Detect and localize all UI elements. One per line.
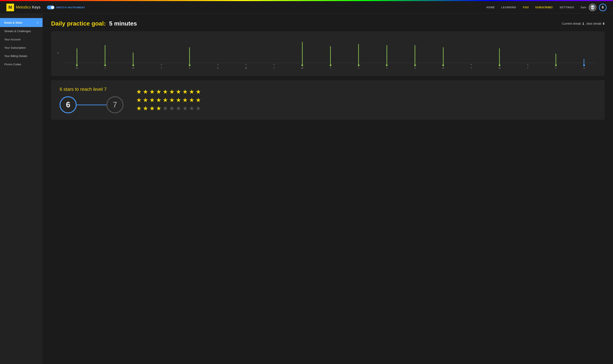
sidebar-item-billing[interactable]: Your Billing Details [0, 52, 42, 60]
best-streak: 6 [603, 22, 604, 25]
header: M Melodics Keys SWITCH INSTRUMENT HOME L… [0, 1, 613, 14]
star-2-4: ★ [163, 105, 168, 112]
bar-dot-11 [386, 65, 388, 66]
bar-group-2 [119, 40, 147, 65]
star-2-1: ★ [143, 105, 148, 112]
bar-group-13 [429, 40, 457, 65]
bar-dot-empty-14 [471, 64, 472, 65]
bar-label-0: M [63, 67, 91, 69]
bar-label-17: F [542, 67, 570, 69]
main-content: Daily practice goal: 5 minutes Current s… [42, 14, 613, 364]
bar-group-4 [176, 40, 204, 65]
chart-card: 5 MTWTSSMTWTFSSMTWTFS [51, 31, 604, 76]
bar-label-9: T [316, 67, 344, 69]
switch-label: SWITCH INSTRUMENT [56, 6, 85, 9]
bar-label-16: T [514, 67, 542, 69]
bar-label-3: T [147, 67, 175, 69]
sidebar-item-goals[interactable]: Goals & Stats › [0, 18, 42, 27]
bar-label-2: W [119, 67, 147, 69]
bar-group-6 [232, 40, 260, 65]
star-0-7: ★ [182, 88, 188, 95]
bar-label-14: T [457, 67, 485, 69]
bar-group-8 [288, 40, 316, 65]
bar-group-15 [486, 40, 514, 65]
bar-dot-empty-6 [245, 64, 247, 65]
bar-dot-10 [358, 65, 359, 66]
star-0-9: ★ [196, 88, 201, 95]
star-0-0: ★ [136, 88, 142, 95]
bar-8 [302, 42, 303, 65]
bar-dot-empty-3 [161, 64, 162, 65]
nav-settings[interactable]: SETTINGS [559, 6, 574, 9]
logo-box: M [6, 4, 14, 11]
star-2-6: ★ [176, 105, 181, 112]
stars-left: 6 stars to reach level 7 6 7 [60, 87, 123, 113]
bar-group-5 [204, 40, 232, 65]
bar-11 [386, 45, 387, 65]
nav-home[interactable]: HOME [486, 6, 495, 9]
star-1-9: ★ [196, 97, 201, 104]
bar-label-6: M [232, 67, 260, 69]
logo-text: Melodics Keys [16, 5, 41, 10]
bar-group-16 [514, 40, 542, 65]
current-level-circle: 6 [60, 96, 77, 113]
star-2-9: ★ [196, 105, 201, 112]
goal-title: Daily practice goal: 5 minutes [51, 20, 137, 27]
instrument-toggle[interactable] [47, 6, 54, 9]
bar-label-13: M [429, 67, 457, 69]
goal-label: Daily practice goal: [51, 20, 106, 27]
star-2-2: ★ [150, 105, 155, 112]
user-name: Sam [580, 6, 586, 9]
sidebar: Goals & Stats › Streaks & Challenges You… [0, 14, 42, 364]
bar-2 [133, 52, 134, 65]
progress-line [77, 104, 107, 105]
star-0-8: ★ [189, 88, 194, 95]
star-2-3: ★ [156, 105, 161, 112]
header-right: Sam 💀 6 [580, 4, 607, 11]
sidebar-arrow: › [37, 21, 38, 25]
bar-group-7 [260, 40, 288, 65]
bar-dot-empty-5 [217, 64, 218, 65]
logo-letter: M [9, 5, 12, 10]
bar-17 [556, 53, 556, 65]
star-1-8: ★ [189, 97, 194, 104]
bar-dot-13 [442, 65, 444, 66]
star-1-0: ★ [136, 97, 142, 104]
bar-1 [105, 45, 105, 65]
bar-dot-2 [132, 65, 134, 66]
chart-container: 5 MTWTSSMTWTFSSMTWTFS [57, 38, 598, 72]
avatar[interactable]: 💀 [589, 4, 596, 11]
bar-18 [584, 59, 584, 65]
sidebar-item-account[interactable]: Your Account [0, 35, 42, 44]
bar-dot-empty-16 [527, 64, 529, 65]
bar-label-7: T [260, 67, 288, 69]
switch-area[interactable]: SWITCH INSTRUMENT [47, 6, 85, 9]
stars-row-1: ★★★★★★★★★★ [136, 97, 201, 104]
bar-group-12 [401, 40, 429, 65]
bar-dot-18 [583, 65, 585, 66]
sidebar-item-promo[interactable]: Promo Codes [0, 60, 42, 68]
nav-subscribe[interactable]: SUBSCRIBE! [535, 6, 553, 9]
bar-group-9 [316, 40, 344, 65]
star-1-6: ★ [176, 97, 181, 104]
nav-you[interactable]: YOU [523, 6, 529, 9]
goal-minutes: 5 minutes [109, 20, 137, 27]
bar-9 [330, 46, 331, 65]
main-layout: Goals & Stats › Streaks & Challenges You… [0, 14, 613, 364]
nav-learning[interactable]: LEARNING [501, 6, 516, 9]
bar-group-11 [373, 40, 401, 65]
star-0-5: ★ [169, 88, 175, 95]
stars-row-0: ★★★★★★★★★★ [136, 88, 201, 95]
next-level-circle: 7 [107, 96, 123, 113]
level-badge: 6 [599, 4, 607, 11]
star-2-0: ★ [136, 105, 142, 112]
sidebar-item-subscription[interactable]: Your Subscription [0, 44, 42, 52]
bar-dot-15 [499, 65, 500, 66]
bar-12 [415, 45, 415, 65]
bar-label-1: T [91, 67, 119, 69]
sidebar-item-streaks[interactable]: Streaks & Challenges [0, 27, 42, 35]
star-0-4: ★ [163, 88, 168, 95]
star-0-2: ★ [150, 88, 155, 95]
bar-label-15: W [486, 67, 514, 69]
bar-label-8: W [288, 67, 316, 69]
